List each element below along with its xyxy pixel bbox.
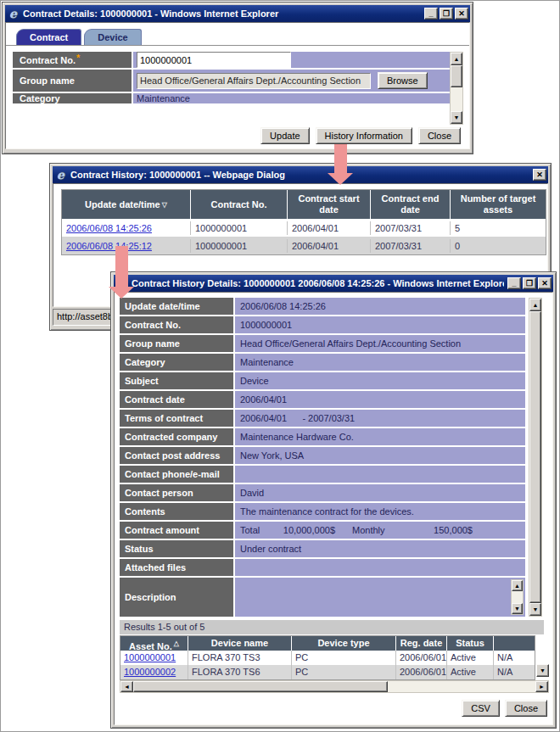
form-row-contract-no: Contract No. * (13, 52, 451, 68)
column-header-reg-date[interactable]: Reg. date (396, 636, 447, 651)
description-scrollbar[interactable]: ▲ ▼ (511, 579, 524, 615)
window-title: Contract History Details: 1000000001 200… (132, 278, 504, 288)
column-header-status[interactable]: Status (447, 636, 494, 651)
titlebar[interactable]: e Contract History: 1000000001 -- Webpag… (53, 166, 548, 183)
detail-value: 2006/04/01 (235, 391, 525, 408)
column-header-device-name[interactable]: Device name (188, 636, 292, 651)
ie-icon: e (54, 169, 67, 182)
results-horizontal-scrollbar[interactable]: ◄ ► (120, 680, 549, 693)
detail-label: Attached files (120, 559, 233, 576)
scroll-up-icon[interactable]: ▲ (529, 299, 541, 311)
results-table-header: Asset No.△ Device name Device type Reg. … (120, 636, 535, 651)
detail-value: 2006/06/08 14:25:26 (235, 298, 525, 315)
results-count-bar: Results 1-5 out of 5 (120, 620, 544, 634)
scroll-down-icon[interactable]: ▼ (451, 111, 462, 124)
scroll-right-icon[interactable]: ► (535, 681, 548, 692)
column-header-start-date[interactable]: Contract start date (288, 190, 371, 219)
asset-link[interactable]: 1000000001 (124, 652, 176, 662)
close-button[interactable]: ✕ (533, 169, 546, 181)
detail-label: Contact post address (120, 447, 233, 464)
detail-label: Description (120, 578, 233, 617)
titlebar[interactable]: e Contract Details: 1000000001 - Windows… (5, 5, 470, 22)
ie-icon: e (7, 8, 20, 20)
details-table: Update date/time2006/06/08 14:25:26 Cont… (120, 298, 525, 618)
amount-total-value: 10,000,000$ (283, 525, 335, 535)
detail-value: New York, USA (235, 447, 525, 464)
detail-value: Under contract (235, 540, 525, 557)
description-textarea[interactable]: ▲ ▼ (235, 578, 525, 617)
table-row: 2006/06/08 14:25:12 1000000001 2006/04/0… (62, 237, 546, 254)
detail-label: Contracted company (120, 428, 233, 445)
scroll-left-icon[interactable]: ◄ (120, 681, 133, 692)
detail-value: Head Office/General Affairs Dept./Accoun… (235, 335, 525, 352)
category-value: Maintenance (137, 93, 190, 103)
detail-value (235, 559, 525, 576)
history-information-button[interactable]: History Information (316, 127, 412, 144)
close-button[interactable]: ✕ (538, 277, 552, 289)
asset-link[interactable]: 1000000002 (124, 667, 176, 677)
form-vertical-scrollbar[interactable]: ▲ ▼ (450, 52, 463, 125)
scroll-up-icon[interactable]: ▲ (451, 53, 462, 65)
results-scroll-down-icon[interactable]: ▼ (536, 664, 549, 677)
close-button[interactable]: ✕ (455, 8, 468, 20)
detail-label: Contract date (120, 391, 233, 408)
detail-label: Contents (120, 503, 233, 520)
detail-label: Contract No. (120, 316, 233, 333)
column-header-asset-no[interactable]: Asset No.△ (120, 636, 188, 651)
browse-button[interactable]: Browse (378, 72, 428, 89)
table-row: 1000000001 FLORA 370 TS3 PC 2006/06/01 A… (120, 651, 535, 665)
detail-value: The maintenance contract for the devices… (235, 503, 525, 520)
history-link[interactable]: 2006/06/08 14:25:26 (66, 223, 152, 233)
details-vertical-scrollbar[interactable]: ▲ ▼ (529, 298, 542, 617)
window-title: Contract History: 1000000001 -- Webpage … (70, 170, 529, 180)
form-row-group-name: Group name Browse (13, 70, 451, 92)
maximize-button[interactable]: ❐ (523, 277, 536, 289)
minimize-button[interactable]: _ (424, 8, 438, 20)
close-dialog-button[interactable]: Close (505, 700, 547, 717)
scrollbar-thumb[interactable] (529, 311, 541, 603)
scrollbar-thumb[interactable] (451, 65, 462, 87)
contract-no-input[interactable] (137, 52, 291, 68)
table-row: 1000000002 FLORA 370 TS6 PC 2006/06/01 A… (120, 665, 535, 679)
amount-monthly-label: Monthly (352, 525, 405, 535)
detail-value: 2006/04/01 - 2007/03/31 (235, 410, 525, 427)
column-header-end-date[interactable]: Contract end date (371, 190, 451, 219)
titlebar[interactable]: e Contract History Details: 1000000001 2… (114, 275, 553, 292)
column-header-contract-no[interactable]: Contract No. (191, 190, 288, 219)
column-header-update-datetime[interactable]: Update date/time▽ (62, 190, 191, 219)
detail-label: Group name (120, 335, 233, 352)
tab-device[interactable]: Device (84, 29, 141, 45)
detail-label: Subject (120, 372, 233, 389)
dialog-buttons: CSV Close (462, 700, 547, 717)
window-history-details: e Contract History Details: 1000000001 2… (110, 271, 557, 729)
tab-bar: Contract Device (6, 23, 469, 45)
dialog-buttons: Update History Information Close (260, 127, 461, 144)
csv-button[interactable]: CSV (462, 700, 500, 717)
tab-contract[interactable]: Contract (16, 29, 81, 45)
detail-label: Update date/time (120, 298, 233, 315)
column-header-target-assets[interactable]: Number of target assets (451, 190, 546, 219)
category-label: Category (20, 93, 60, 103)
results-table: Asset No.△ Device name Device type Reg. … (120, 635, 535, 680)
maximize-button[interactable]: ❐ (440, 8, 453, 20)
minimize-button[interactable]: _ (507, 277, 521, 289)
sort-asc-icon: △ (174, 640, 179, 647)
description-row: Description ▲ ▼ (120, 578, 525, 617)
column-header-device-type[interactable]: Device type (292, 636, 396, 651)
update-button[interactable]: Update (260, 127, 309, 144)
amount-monthly-value: 150,000$ (405, 525, 473, 535)
detail-label: Contract amount (120, 522, 233, 539)
scroll-down-icon[interactable]: ▼ (512, 603, 523, 614)
contract-form: Contract No. * Group name Browse Categ (13, 52, 451, 105)
detail-label: Terms of contract (120, 410, 233, 427)
detail-value (235, 466, 525, 483)
scroll-up-icon[interactable]: ▲ (512, 580, 523, 591)
contract-amount-row: Contract amount Total 10,000,000$ Monthl… (120, 522, 525, 539)
detail-label: Contact person (120, 484, 233, 501)
scrollbar-thumb[interactable] (133, 681, 388, 692)
detail-label: Contact phone/e-mail (120, 466, 233, 483)
close-dialog-button[interactable]: Close (418, 127, 461, 144)
group-name-input[interactable] (137, 73, 371, 89)
column-header-clipped[interactable] (494, 636, 535, 651)
scroll-down-icon[interactable]: ▼ (529, 603, 541, 616)
